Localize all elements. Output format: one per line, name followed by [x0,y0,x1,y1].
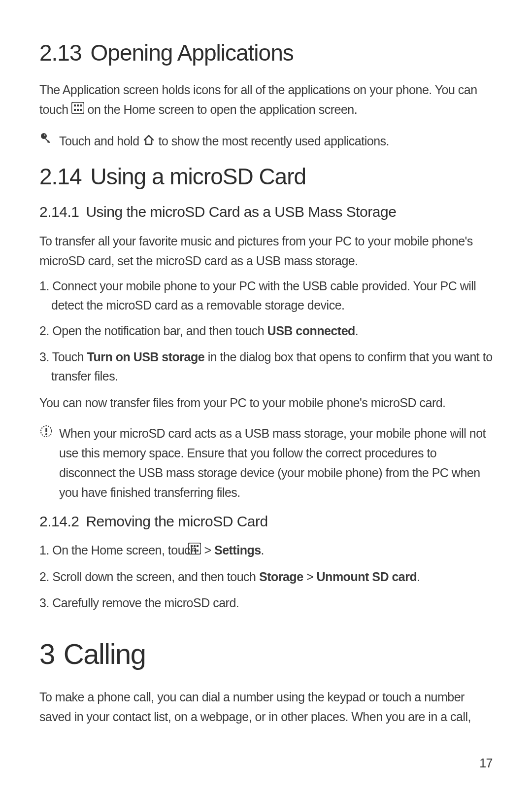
heading-number: 2.14.1 [39,204,79,220]
svg-rect-18 [197,550,199,552]
page-number: 17 [479,756,493,770]
svg-rect-15 [197,545,199,547]
svg-rect-10 [45,428,47,432]
list-item: 1. Connect your mobile phone to your PC … [39,277,493,315]
heading-text: Using the microSD Card as a USB Mass Sto… [86,204,396,220]
home-icon [142,132,155,151]
heading-number: 2.14 [39,164,82,189]
svg-rect-3 [80,104,82,106]
list-item: 3. Carefully remove the microSD card. [39,593,493,613]
svg-rect-17 [194,550,196,552]
svg-rect-12 [188,543,200,554]
tip-icon [39,131,59,147]
heading-2-14: 2.14Using a microSD Card [39,163,493,190]
svg-point-8 [44,135,45,136]
svg-rect-1 [74,104,76,106]
svg-rect-13 [191,545,193,547]
svg-rect-2 [77,104,79,106]
warning-row: When your microSD card acts as a USB mas… [39,423,493,502]
list-item: 2. Scroll down the screen, and then touc… [39,567,493,587]
svg-rect-5 [77,109,79,111]
paragraph: To make a phone call, you can dial a num… [39,687,493,727]
heading-2-13: 2.13Opening Applications [39,39,493,66]
heading-text: Removing the microSD Card [86,513,267,529]
warning-icon [39,423,59,439]
heading-text: Using a microSD Card [91,164,306,189]
list-item: 1. On the Home screen, touch > Settings. [39,541,493,561]
heading-number: 3 [39,638,55,670]
svg-rect-4 [74,109,76,111]
svg-point-11 [45,433,47,435]
heading-2-14-1: 2.14.1Using the microSD Card as a USB Ma… [39,204,493,220]
heading-2-14-2: 2.14.2Removing the microSD Card [39,513,493,530]
tip-text: Touch and hold to show the most recently… [59,131,493,152]
svg-rect-16 [191,550,193,552]
heading-number: 2.14.2 [39,513,79,529]
heading-number: 2.13 [39,40,82,66]
heading-chapter-3: 3Calling [39,637,493,670]
list-item: 3. Touch Turn on USB storage in the dial… [39,347,493,386]
heading-text: Calling [64,638,146,670]
svg-rect-14 [194,545,196,547]
paragraph: The Application screen holds icons for a… [39,80,493,120]
apps-grid-icon [71,100,84,119]
heading-text: Opening Applications [91,40,294,66]
tip-row: Touch and hold to show the most recently… [39,131,493,152]
paragraph: You can now transfer files from your PC … [39,393,493,413]
svg-rect-6 [80,109,82,111]
list-item: 2. Open the notification bar, and then t… [39,321,493,341]
svg-point-7 [41,133,47,139]
svg-rect-0 [72,103,84,114]
warning-text: When your microSD card acts as a USB mas… [59,423,493,502]
apps-grid-icon [200,541,201,560]
ordered-list: 1. On the Home screen, touch > Settings.… [39,541,493,613]
ordered-list: 1. Connect your mobile phone to your PC … [39,277,493,386]
paragraph: To transfer all your favorite music and … [39,231,493,271]
